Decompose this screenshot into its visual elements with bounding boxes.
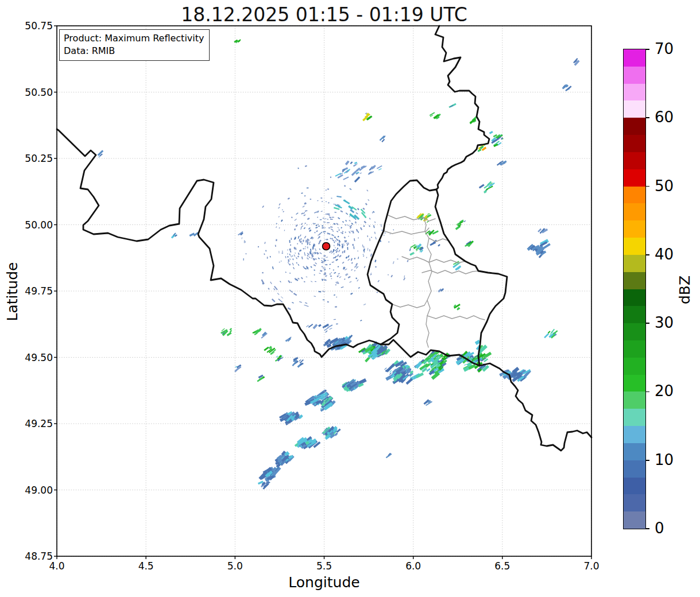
colorbar: [624, 49, 645, 529]
colorbar-segment: [624, 203, 645, 220]
colorbar-segment: [624, 186, 645, 203]
colorbar-segment: [624, 238, 645, 255]
district-border: [427, 316, 485, 320]
district-border: [384, 228, 429, 234]
colorbar-tick-mark: [646, 391, 649, 393]
country-border-fr-lu-south: [381, 340, 479, 366]
y-tick-label: 50.75: [25, 20, 53, 32]
y-tick-label: 48.75: [25, 551, 53, 562]
colorbar-segment: [624, 443, 645, 460]
colorbar-segment: [624, 357, 645, 374]
colorbar-segment: [624, 272, 645, 289]
colorbar-tick-mark: [646, 117, 649, 118]
colorbar-segment: [624, 323, 645, 340]
colorbar-tick-label: 20: [655, 382, 674, 400]
plot-area: Product: Maximum Reflectivity Data: RMIB: [57, 26, 591, 556]
colorbar-tick-mark: [646, 460, 649, 461]
colorbar-segment: [624, 477, 645, 494]
x-tick-label: 7.0: [583, 560, 599, 572]
colorbar-tick-label: 60: [655, 108, 674, 126]
y-tick-label: 50.50: [25, 86, 53, 98]
map-overlay-svg: [57, 26, 591, 556]
colorbar-segment: [624, 391, 645, 409]
x-axis-label: Longitude: [57, 574, 591, 591]
colorbar-tick-label: 30: [655, 314, 674, 331]
radar-figure: 18.12.2025 01:15 - 01:19 UTC Product: Ma…: [0, 0, 700, 597]
colorbar-label: dBZ: [676, 270, 696, 310]
x-tick-label: 5.5: [316, 560, 332, 572]
country-border-fr-de-southeast: [479, 363, 591, 451]
y-tick-label: 50.25: [25, 153, 53, 164]
y-axis-label: Latitude: [4, 257, 21, 326]
country-border-lu-east: [435, 189, 507, 366]
colorbar-tick-label: 70: [655, 40, 674, 57]
colorbar-segment: [624, 83, 645, 100]
x-tick-label: 6.5: [494, 560, 510, 572]
colorbar-tick-label: 50: [655, 177, 674, 194]
district-border: [424, 218, 431, 262]
colorbar-segment: [624, 409, 645, 426]
colorbar-tick-label: 40: [655, 246, 674, 263]
y-tick-label: 50.00: [25, 219, 53, 230]
colorbar-segment: [624, 135, 645, 152]
colorbar-tick-mark: [646, 49, 649, 50]
district-border: [402, 257, 465, 263]
colorbar-segment: [624, 100, 645, 118]
colorbar-tick-mark: [646, 323, 649, 324]
chart-title: 18.12.2025 01:15 - 01:19 UTC: [57, 3, 591, 26]
colorbar-tick-mark: [646, 528, 649, 529]
colorbar-tick-mark: [646, 254, 649, 255]
colorbar-segment: [624, 66, 645, 83]
radar-site-marker: [323, 243, 330, 250]
colorbar-tick-mark: [646, 186, 649, 187]
product-info-box: Product: Maximum Reflectivity Data: RMIB: [59, 29, 210, 61]
colorbar-segment: [624, 169, 645, 186]
district-border: [426, 262, 432, 347]
data-source-line: Data: RMIB: [64, 45, 204, 57]
x-tick-label: 5.0: [227, 560, 243, 572]
colorbar-segment: [624, 254, 645, 272]
y-tick-label: 49.75: [25, 285, 53, 297]
colorbar-segment: [624, 494, 645, 511]
colorbar-segment: [624, 340, 645, 357]
x-tick-label: 4.0: [49, 560, 64, 572]
colorbar-segment: [624, 289, 645, 306]
y-tick-label: 49.00: [25, 484, 53, 495]
y-tick-label: 49.50: [25, 351, 53, 363]
colorbar-segment: [624, 426, 645, 443]
district-border: [392, 300, 427, 308]
colorbar-segment: [624, 118, 645, 135]
colorbar-segment: [624, 220, 645, 238]
x-tick-label: 6.0: [405, 560, 421, 572]
district-border: [388, 215, 435, 221]
country-border-fr-be-west: [57, 129, 381, 357]
colorbar-segment: [624, 306, 645, 323]
colorbar-segment: [624, 152, 645, 169]
colorbar-tick-label: 0: [655, 520, 664, 537]
y-tick-label: 49.25: [25, 418, 53, 429]
colorbar-segment: [624, 460, 645, 477]
country-border-lu-west: [368, 180, 436, 344]
district-border: [422, 270, 478, 274]
country-border-be-de-northeast: [435, 26, 489, 189]
colorbar-segment: [624, 374, 645, 391]
product-line: Product: Maximum Reflectivity: [64, 32, 204, 45]
x-tick-label: 4.5: [138, 560, 154, 572]
colorbar-tick-label: 10: [655, 451, 674, 468]
colorbar-segment: [624, 49, 645, 67]
colorbar-segment: [624, 511, 645, 529]
